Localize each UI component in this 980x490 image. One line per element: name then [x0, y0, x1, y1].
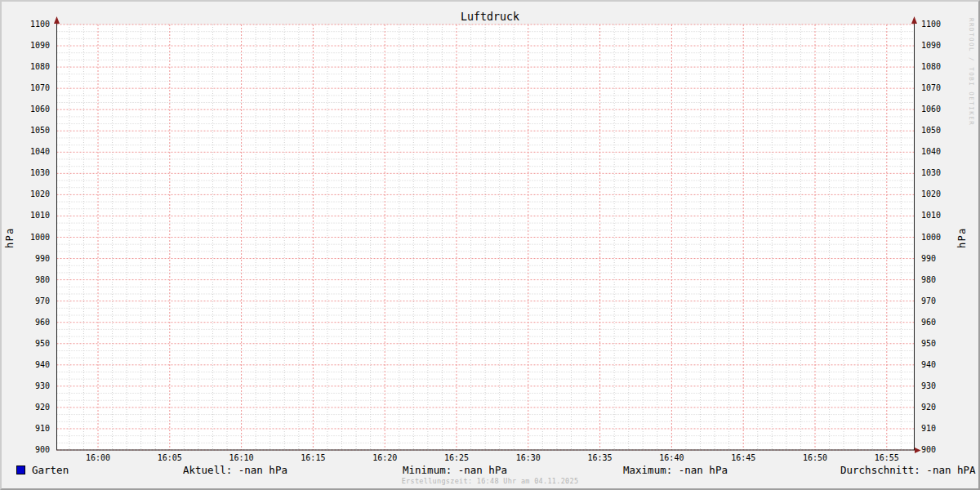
y-tick-label-left: 1040 [14, 147, 50, 157]
x-tick-label: 16:20 [360, 453, 409, 463]
x-tick-label: 16:35 [576, 453, 625, 463]
y-tick-label-right: 970 [921, 296, 957, 306]
y-tick-label-right: 960 [921, 318, 957, 327]
y-tick-label-left: 990 [14, 254, 50, 264]
y-tick-label-right: 950 [921, 339, 957, 349]
y-tick-label-right: 900 [921, 445, 957, 455]
y-tick-label-right: 920 [921, 403, 957, 412]
y-tick-label-right: 1030 [921, 168, 957, 178]
x-tick-label: 16:50 [791, 453, 840, 463]
y-tick-label-left: 1080 [14, 62, 50, 72]
y-tick-label-right: 940 [921, 360, 957, 370]
series-name: Garten [32, 464, 69, 476]
y-tick-label-right: 1100 [921, 20, 957, 29]
y-tick-label-right: 1080 [921, 62, 957, 72]
y-tick-label-left: 910 [14, 424, 50, 434]
y-tick-label-left: 1030 [14, 168, 50, 178]
y-tick-label-right: 1040 [921, 147, 957, 157]
y-tick-label-right: 1060 [921, 105, 957, 114]
y-tick-label-left: 980 [14, 275, 50, 285]
x-tick-label: 16:15 [288, 453, 337, 463]
y-tick-label-left: 970 [14, 296, 50, 306]
y-tick-label-left: 940 [14, 360, 50, 370]
y-tick-label-right: 990 [921, 254, 957, 264]
stat-durchschnitt: Durchschnitt: -nan hPA [840, 464, 976, 476]
x-tick-label: 16:55 [862, 453, 911, 463]
x-tick-label: 16:00 [74, 453, 122, 463]
creation-time: Erstellungszeit: 16:48 Uhr am 04.11.2025 [2, 477, 978, 485]
y-tick-label-right: 1070 [921, 83, 957, 93]
y-tick-label-right: 1000 [921, 233, 957, 243]
x-tick-label: 16:05 [145, 453, 194, 463]
rrdtool-graph: Luftdruck hPa hPa 1100110010901090108010… [0, 0, 980, 490]
y-tick-label-left: 1090 [14, 41, 50, 51]
y-tick-label-right: 930 [921, 381, 957, 391]
y-axis-unit-right: hPa [956, 221, 968, 254]
y-tick-label-right: 1050 [921, 126, 957, 136]
stat-maximum: Maximum: -nan hPa [623, 464, 728, 476]
chart-plot-area [2, 2, 978, 488]
x-tick-label: 16:45 [719, 453, 768, 463]
y-tick-label-left: 1060 [14, 105, 50, 114]
x-tick-label: 16:25 [432, 453, 481, 463]
y-tick-label-right: 1020 [921, 189, 957, 199]
y-tick-label-left: 1050 [14, 126, 50, 136]
x-tick-label: 16:30 [504, 453, 553, 463]
y-tick-label-left: 1070 [14, 83, 50, 93]
y-tick-label-left: 900 [14, 445, 50, 455]
x-tick-label: 16:10 [217, 453, 266, 463]
y-tick-label-right: 1010 [921, 211, 957, 220]
y-tick-label-right: 910 [921, 424, 957, 434]
y-tick-label-left: 930 [14, 381, 50, 391]
y-tick-label-left: 1000 [14, 233, 50, 243]
stat-aktuell: Aktuell: -nan hPa [183, 464, 287, 476]
y-tick-label-right: 1090 [921, 41, 957, 51]
x-tick-label: 16:40 [647, 453, 696, 463]
y-tick-label-right: 980 [921, 275, 957, 285]
y-tick-label-left: 1010 [14, 211, 50, 220]
y-tick-label-left: 960 [14, 318, 50, 327]
y-tick-label-left: 1100 [14, 20, 50, 29]
series-color-swatch [16, 466, 25, 474]
y-tick-label-left: 950 [14, 339, 50, 349]
rrdtool-watermark: RRDTOOL / TOBI OETIKER [964, 18, 975, 126]
stat-minimum: Minimum: -nan hPa [403, 464, 507, 476]
y-tick-label-left: 1020 [14, 189, 50, 199]
y-tick-label-left: 920 [14, 403, 50, 412]
